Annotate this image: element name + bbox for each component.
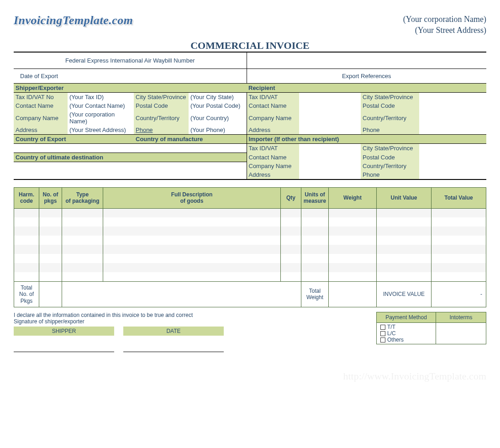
shipper-tax-label: Tax ID/VAT No xyxy=(14,93,68,102)
payment-header: Payment Method xyxy=(377,312,436,323)
recipient-contact-value[interactable] xyxy=(299,101,361,110)
shipper-address-label: Address xyxy=(14,126,68,135)
importer-header: Importer (If other than recipient) xyxy=(247,135,486,144)
shipper-contact-value[interactable]: (Your Contact Name) xyxy=(68,101,134,110)
importer-postal-label: Postal Code xyxy=(361,153,419,162)
table-row[interactable] xyxy=(14,208,486,217)
date-sig-line[interactable] xyxy=(123,336,224,352)
table-row[interactable] xyxy=(14,254,486,263)
shipper-city-label: City State/Province xyxy=(134,93,189,102)
invoice-value: - xyxy=(432,281,486,307)
importer-company-label: Company Name xyxy=(247,162,299,170)
total-weight-value[interactable] xyxy=(329,281,377,307)
recipient-phone-value[interactable] xyxy=(419,126,486,135)
importer-phone-value[interactable] xyxy=(419,170,486,179)
table-row[interactable] xyxy=(14,245,486,254)
corp-address: (Your Street Address) xyxy=(403,25,486,36)
shipper-sig-header: SHIPPER xyxy=(14,327,114,336)
waybill-value[interactable] xyxy=(247,53,486,69)
export-ref-label: Export References xyxy=(247,69,486,84)
recipient-address-label: Address xyxy=(247,126,299,135)
table-row[interactable] xyxy=(14,217,486,227)
col-packtype: Typeof packaging xyxy=(62,188,103,209)
date-export-label: Date of Export xyxy=(14,69,247,84)
importer-city-label: City State/Province xyxy=(361,144,419,153)
shipper-phone-label: Phone xyxy=(134,126,189,135)
payment-table: Payment Method Intoterms T/T L/C Others xyxy=(376,312,486,344)
recipient-postal-label: Postal Code xyxy=(361,101,419,110)
country-export-value[interactable] xyxy=(14,144,134,153)
shipper-country-value[interactable]: (Your Country) xyxy=(189,110,247,126)
importer-country-value[interactable] xyxy=(419,162,486,170)
importer-tax-value[interactable] xyxy=(299,144,361,153)
recipient-country-value[interactable] xyxy=(419,110,486,126)
corp-info: (Your corporation Name) (Your Street Add… xyxy=(403,14,486,36)
importer-address-value[interactable] xyxy=(299,170,361,179)
checkbox-icon[interactable] xyxy=(380,325,385,330)
declaration-text: I declare all the information contained … xyxy=(14,312,224,318)
recipient-country-label: Country/Territory xyxy=(361,110,419,126)
recipient-company-label: Company Name xyxy=(247,110,299,126)
shipper-country-label: Country/Territory xyxy=(134,110,189,126)
shipper-city-value[interactable]: (Your City State) xyxy=(189,93,247,102)
shipper-address-value[interactable]: (Your Street Address) xyxy=(68,126,134,135)
payment-others[interactable]: Others xyxy=(380,337,432,343)
recipient-contact-label: Contact Name xyxy=(247,101,299,110)
col-desc: Full Descriptionof goods xyxy=(103,188,281,209)
shipper-company-value[interactable]: (Your corporation Name) xyxy=(68,110,134,126)
corp-name: (Your corporation Name) xyxy=(403,14,486,25)
shipper-header: Shipper/Exporter xyxy=(14,84,247,93)
watermark: http://www.InvoicingTemplate.com xyxy=(14,370,486,382)
recipient-company-value[interactable] xyxy=(299,110,361,126)
signature-label: Signature of shipper/exporter xyxy=(14,318,224,325)
table-row[interactable] xyxy=(14,236,486,245)
col-unitval: Unit Value xyxy=(377,188,432,209)
country-dest-label: Country of ultimate destination xyxy=(14,153,247,162)
shipper-company-label: Company Name xyxy=(14,110,68,126)
total-weight-label: TotalWeight xyxy=(301,281,329,307)
country-dest-value[interactable] xyxy=(14,162,247,179)
importer-city-value[interactable] xyxy=(419,144,486,153)
col-pkgs: No. ofpkgs xyxy=(39,188,62,209)
country-manuf-label: Country of manufacture xyxy=(134,135,247,144)
col-totalval: Total Value xyxy=(432,188,486,209)
payment-tt[interactable]: T/T xyxy=(380,324,432,330)
shipper-postal-label: Postal Code xyxy=(134,101,189,110)
country-manuf-value[interactable] xyxy=(134,144,247,153)
col-unitmeas: Units ofmeasure xyxy=(301,188,329,209)
recipient-city-label: City State/Province xyxy=(361,93,419,102)
importer-contact-label: Contact Name xyxy=(247,153,299,162)
shipper-postal-value[interactable]: (Your Postal Code) xyxy=(189,101,247,110)
importer-company-value[interactable] xyxy=(299,162,361,170)
table-row[interactable] xyxy=(14,227,486,236)
checkbox-icon[interactable] xyxy=(380,331,385,336)
col-qty: Qty xyxy=(281,188,301,209)
importer-phone-label: Phone xyxy=(361,170,419,179)
recipient-postal-value[interactable] xyxy=(419,101,486,110)
recipient-address-value[interactable] xyxy=(299,126,361,135)
invoice-value-label: INVOICE VALUE xyxy=(377,281,432,307)
recipient-header: Recipient xyxy=(247,84,486,93)
recipient-phone-label: Phone xyxy=(361,126,419,135)
shipper-phone-value[interactable]: (Your Phone) xyxy=(189,126,247,135)
importer-tax-label: Tax ID/VAT xyxy=(247,144,299,153)
line-items-table: Harm.code No. ofpkgs Typeof packaging Fu… xyxy=(14,187,486,307)
incoterms-value[interactable] xyxy=(436,323,486,344)
importer-postal-value[interactable] xyxy=(419,153,486,162)
table-row[interactable] xyxy=(14,272,486,281)
table-row[interactable] xyxy=(14,263,486,272)
total-pkgs-value[interactable] xyxy=(39,281,62,307)
total-pkgs-label: TotalNo. ofPkgs xyxy=(14,281,39,307)
incoterms-header: Intoterms xyxy=(436,312,486,323)
checkbox-icon[interactable] xyxy=(380,337,385,343)
shipper-contact-label: Contact Name xyxy=(14,101,68,110)
importer-country-label: Country/Territory xyxy=(361,162,419,170)
shipper-tax-value[interactable]: (Your Tax ID) xyxy=(68,93,134,102)
recipient-city-value[interactable] xyxy=(419,93,486,102)
importer-contact-value[interactable] xyxy=(299,153,361,162)
col-weight: Weight xyxy=(329,188,377,209)
shipper-sig-line[interactable] xyxy=(14,336,114,352)
country-export-label: Country of Export xyxy=(14,135,134,144)
recipient-tax-value[interactable] xyxy=(299,93,361,102)
payment-lc[interactable]: L/C xyxy=(380,330,432,337)
